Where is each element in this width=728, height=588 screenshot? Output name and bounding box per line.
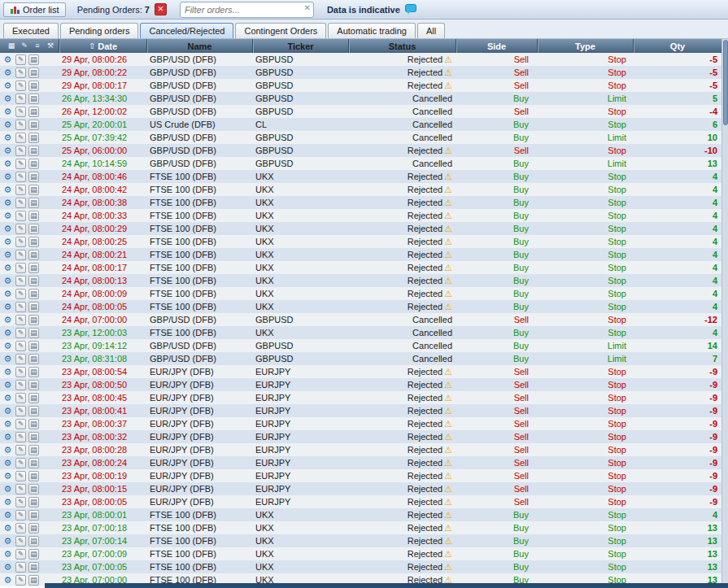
edit-icon[interactable]: ✎ [15, 536, 26, 547]
table-row[interactable]: ⚙✎▤29 Apr, 08:00:22GBP/USD (DFB)GBPUSDRe… [0, 66, 721, 79]
settings-icon[interactable]: ⚙ [2, 185, 13, 195]
settings-icon[interactable]: ⚙ [2, 81, 13, 91]
list-icon[interactable]: ≡ [33, 41, 43, 51]
tab-contingent-orders[interactable]: Contingent Orders [235, 23, 326, 38]
details-icon[interactable]: ▤ [28, 133, 39, 143]
table-row[interactable]: ⚙✎▤23 Apr, 07:00:09FTSE 100 (DFB)UKXReje… [0, 547, 721, 560]
settings-icon[interactable]: ⚙ [2, 120, 13, 130]
details-icon[interactable]: ▤ [28, 172, 39, 182]
table-row[interactable]: ⚙✎▤24 Apr, 08:00:09FTSE 100 (DFB)UKXReje… [0, 287, 721, 300]
settings-icon[interactable]: ⚙ [2, 302, 13, 312]
edit-icon[interactable]: ✎ [15, 185, 26, 195]
table-row[interactable]: ⚙✎▤23 Apr, 08:00:50EUR/JPY (DFB)EURJPYRe… [0, 378, 721, 391]
table-row[interactable]: ⚙✎▤24 Apr, 07:00:00GBP/USD (DFB)GBPUSDCa… [0, 313, 721, 326]
details-icon[interactable]: ▤ [28, 198, 39, 208]
table-row[interactable]: ⚙✎▤24 Apr, 08:00:38FTSE 100 (DFB)UKXReje… [0, 196, 721, 209]
details-icon[interactable]: ▤ [28, 562, 39, 573]
close-pending-icon[interactable]: ✕ [155, 3, 167, 15]
settings-icon[interactable]: ⚙ [2, 172, 13, 182]
clear-filter-icon[interactable]: ✕ [304, 3, 311, 12]
order-list-button[interactable]: Order list [3, 2, 66, 17]
table-row[interactable]: ⚙✎▤25 Apr, 06:00:00GBP/USD (DFB)GBPUSDRe… [0, 144, 721, 157]
table-row[interactable]: ⚙✎▤25 Apr, 07:39:42GBP/USD (DFB)GBPUSDCa… [0, 131, 721, 144]
settings-icon[interactable]: ⚙ [2, 328, 13, 338]
table-row[interactable]: ⚙✎▤23 Apr, 07:00:18FTSE 100 (DFB)UKXReje… [0, 521, 721, 534]
details-icon[interactable]: ▤ [28, 237, 39, 247]
settings-icon[interactable]: ⚙ [2, 146, 13, 156]
column-header-date[interactable]: ⇧ Date [59, 39, 146, 53]
edit-icon[interactable]: ✎ [15, 484, 26, 494]
edit-icon[interactable]: ✎ [15, 523, 26, 534]
table-row[interactable]: ⚙✎▤29 Apr, 08:00:26GBP/USD (DFB)GBPUSDRe… [0, 53, 721, 66]
table-row[interactable]: ⚙✎▤23 Apr, 07:00:05FTSE 100 (DFB)UKXReje… [0, 560, 721, 573]
table-row[interactable]: ⚙✎▤25 Apr, 20:00:01US Crude (DFB)CLCance… [0, 118, 721, 131]
details-icon[interactable]: ▤ [28, 354, 39, 364]
details-icon[interactable]: ▤ [28, 419, 39, 429]
table-row[interactable]: ⚙✎▤23 Apr, 08:00:45EUR/JPY (DFB)EURJPYRe… [0, 391, 721, 404]
settings-icon[interactable]: ⚙ [2, 289, 13, 299]
details-icon[interactable]: ▤ [28, 120, 39, 130]
column-header-ticker[interactable]: Ticker [252, 39, 348, 53]
table-row[interactable]: ⚙✎▤23 Apr, 07:00:14FTSE 100 (DFB)UKXReje… [0, 534, 721, 547]
table-row[interactable]: ⚙✎▤29 Apr, 08:00:17GBP/USD (DFB)GBPUSDRe… [0, 79, 721, 92]
edit-icon[interactable]: ✎ [15, 250, 26, 260]
details-icon[interactable]: ▤ [28, 211, 39, 221]
edit-icon[interactable]: ✎ [15, 302, 26, 312]
tab-automatic-trading[interactable]: Automatic trading [328, 23, 416, 38]
table-row[interactable]: ⚙✎▤23 Apr, 08:00:37EUR/JPY (DFB)EURJPYRe… [0, 417, 721, 430]
edit-icon[interactable]: ✎ [15, 172, 26, 182]
edit-icon[interactable]: ✎ [15, 120, 26, 130]
edit-icon[interactable]: ✎ [15, 497, 26, 507]
edit-icon[interactable]: ✎ [15, 276, 26, 286]
table-row[interactable]: ⚙✎▤23 Apr, 08:00:24EUR/JPY (DFB)EURJPYRe… [0, 456, 721, 469]
edit-icon[interactable]: ✎ [15, 380, 26, 390]
edit-icon[interactable]: ✎ [15, 354, 26, 364]
wrench-icon[interactable]: ⚒ [46, 41, 56, 51]
window-icon[interactable]: ▦ [7, 41, 17, 51]
tab-canceled-rejected[interactable]: Canceled/Rejected [140, 23, 233, 38]
details-icon[interactable]: ▤ [28, 250, 39, 260]
tab-executed[interactable]: Executed [3, 23, 59, 38]
settings-icon[interactable]: ⚙ [2, 497, 13, 507]
settings-icon[interactable]: ⚙ [2, 406, 13, 416]
table-row[interactable]: ⚙✎▤23 Apr, 09:14:12GBP/USD (DFB)GBPUSDCa… [0, 339, 721, 352]
edit-icon[interactable]: ✎ [15, 211, 26, 221]
edit-icon[interactable]: ✎ [15, 471, 26, 481]
table-row[interactable]: ⚙✎▤24 Apr, 08:00:13FTSE 100 (DFB)UKXReje… [0, 274, 721, 287]
table-row[interactable]: ⚙✎▤23 Apr, 08:00:19EUR/JPY (DFB)EURJPYRe… [0, 469, 721, 482]
details-icon[interactable]: ▤ [28, 471, 39, 481]
details-icon[interactable]: ▤ [28, 380, 39, 390]
details-icon[interactable]: ▤ [28, 484, 39, 494]
details-icon[interactable]: ▤ [28, 406, 39, 416]
table-row[interactable]: ⚙✎▤24 Apr, 08:00:25FTSE 100 (DFB)UKXReje… [0, 235, 721, 248]
column-header-name[interactable]: Name [146, 39, 252, 53]
details-icon[interactable]: ▤ [28, 497, 39, 507]
details-icon[interactable]: ▤ [28, 510, 39, 520]
settings-icon[interactable]: ⚙ [2, 549, 13, 560]
details-icon[interactable]: ▤ [28, 575, 39, 586]
settings-icon[interactable]: ⚙ [2, 94, 13, 104]
settings-icon[interactable]: ⚙ [2, 523, 13, 534]
details-icon[interactable]: ▤ [28, 146, 39, 156]
settings-icon[interactable]: ⚙ [2, 445, 13, 455]
table-row[interactable]: ⚙✎▤23 Apr, 12:00:03FTSE 100 (DFB)UKXCanc… [0, 326, 721, 339]
table-row[interactable]: ⚙✎▤23 Apr, 08:00:41EUR/JPY (DFB)EURJPYRe… [0, 404, 721, 417]
table-row[interactable]: ⚙✎▤23 Apr, 08:00:54EUR/JPY (DFB)EURJPYRe… [0, 365, 721, 378]
edit-icon[interactable]: ✎ [15, 562, 26, 573]
edit-icon[interactable]: ✎ [15, 54, 26, 65]
column-header-side[interactable]: Side [456, 39, 537, 53]
details-icon[interactable]: ▤ [28, 432, 39, 442]
edit-icon[interactable]: ✎ [15, 224, 26, 234]
settings-icon[interactable]: ⚙ [2, 198, 13, 208]
edit-icon[interactable]: ✎ [15, 315, 26, 325]
edit-icon[interactable]: ✎ [15, 198, 26, 208]
details-icon[interactable]: ▤ [28, 367, 39, 377]
edit-icon[interactable]: ✎ [15, 94, 26, 104]
settings-icon[interactable]: ⚙ [2, 562, 13, 573]
details-icon[interactable]: ▤ [28, 328, 39, 338]
edit-icon[interactable]: ✎ [15, 510, 26, 520]
table-row[interactable]: ⚙✎▤24 Apr, 10:14:59GBP/USD (DFB)GBPUSDCa… [0, 157, 721, 170]
settings-icon[interactable]: ⚙ [2, 237, 13, 247]
edit-icon[interactable]: ✎ [15, 81, 26, 91]
table-row[interactable]: ⚙✎▤24 Apr, 08:00:17FTSE 100 (DFB)UKXReje… [0, 261, 721, 274]
